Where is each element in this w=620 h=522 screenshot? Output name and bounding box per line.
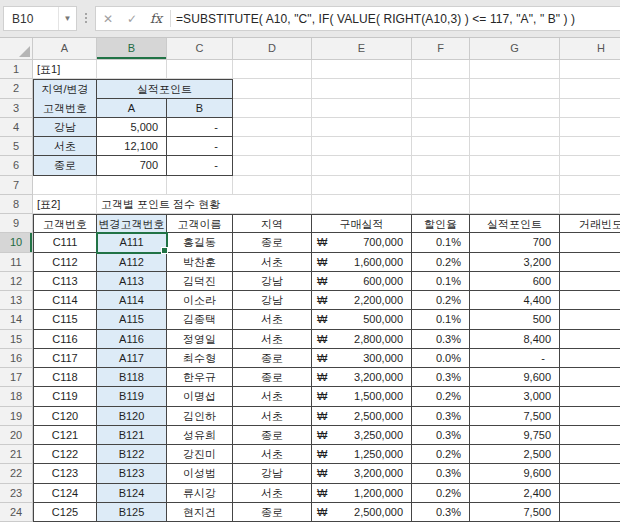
row-header-22[interactable]: 22 [0, 464, 33, 483]
insert-function-icon[interactable]: fx [144, 11, 168, 26]
cell-E1[interactable] [312, 60, 412, 79]
cell-A15[interactable]: C116 [33, 330, 97, 349]
cell-H6[interactable] [560, 156, 620, 175]
cell-D5[interactable] [233, 137, 312, 156]
cell-G20[interactable]: 9,750 [470, 426, 560, 445]
cell-F18[interactable]: 0.2% [412, 387, 470, 406]
formula-bar[interactable]: =SUBSTITUTE( A10, "C", IF( VALUE( RIGHT(… [176, 12, 620, 26]
cell-B4[interactable]: 5,000 [97, 118, 167, 137]
cell-H17[interactable] [560, 368, 620, 387]
cell-E22[interactable]: ₩3,200,000 [312, 464, 412, 483]
cell-D9[interactable]: 지역 [233, 214, 312, 233]
cell-H8[interactable] [560, 195, 620, 214]
cell-G16[interactable]: - [470, 349, 560, 368]
cell-H19[interactable] [560, 407, 620, 426]
row-header-9[interactable]: 9 [0, 214, 33, 233]
cell-C6[interactable]: - [167, 156, 233, 175]
cell-D15[interactable]: 서초 [233, 330, 312, 349]
cell-C20[interactable]: 성유희 [167, 426, 233, 445]
row-header-11[interactable]: 11 [0, 253, 33, 272]
cell-C11[interactable]: 박찬훈 [167, 253, 233, 272]
cell-G22[interactable]: 9,600 [470, 464, 560, 483]
cell-B1[interactable] [97, 60, 167, 79]
row-header-1[interactable]: 1 [0, 60, 33, 79]
cell-C14[interactable]: 김종택 [167, 310, 233, 329]
cell-C1[interactable] [167, 60, 233, 79]
cell-H1[interactable] [560, 60, 620, 79]
cell-A13[interactable]: C114 [33, 291, 97, 310]
cell-D21[interactable]: 서초 [233, 445, 312, 464]
cell-F21[interactable]: 0.2% [412, 445, 470, 464]
row-header-12[interactable]: 12 [0, 272, 33, 291]
cell-D13[interactable]: 강남 [233, 291, 312, 310]
name-box[interactable]: B10 ▼ [3, 6, 77, 31]
cell-E23[interactable]: ₩1,200,000 [312, 484, 412, 503]
cell-D16[interactable]: 종로 [233, 349, 312, 368]
cell-D14[interactable]: 서초 [233, 310, 312, 329]
cell-E9[interactable]: 구매실적 [312, 214, 412, 233]
cell-E12[interactable]: ₩600,000 [312, 272, 412, 291]
cell-G19[interactable]: 7,500 [470, 407, 560, 426]
row-header-23[interactable]: 23 [0, 484, 33, 503]
cell-E2[interactable] [312, 79, 412, 98]
cell-D3[interactable] [233, 99, 312, 118]
cell-D11[interactable]: 서초 [233, 253, 312, 272]
cell-G8[interactable] [470, 195, 560, 214]
cell-C18[interactable]: 이명섭 [167, 387, 233, 406]
cell-E11[interactable]: ₩1,600,000 [312, 253, 412, 272]
row-header-21[interactable]: 21 [0, 445, 33, 464]
cell-C24[interactable]: 현지건 [167, 503, 233, 522]
cell-A23[interactable]: C124 [33, 484, 97, 503]
cell-E16[interactable]: ₩300,000 [312, 349, 412, 368]
name-box-dropdown-icon[interactable]: ▼ [58, 7, 76, 30]
cell-G24[interactable]: 7,500 [470, 503, 560, 522]
column-header-A[interactable]: A [33, 38, 97, 60]
cell-E14[interactable]: ₩500,000 [312, 310, 412, 329]
row-header-15[interactable]: 15 [0, 330, 33, 349]
cell-H5[interactable] [560, 137, 620, 156]
cell-E7[interactable] [312, 176, 412, 195]
cell-B13[interactable]: A114 [97, 291, 167, 310]
cell-D1[interactable] [233, 60, 312, 79]
row-header-4[interactable]: 4 [0, 118, 33, 137]
cell-H10[interactable] [560, 233, 620, 252]
cell-F12[interactable]: 0.1% [412, 272, 470, 291]
cell-F17[interactable]: 0.3% [412, 368, 470, 387]
cell-E10[interactable]: ₩700,000 [312, 233, 412, 252]
row-header-14[interactable]: 14 [0, 310, 33, 329]
cell-G4[interactable] [470, 118, 560, 137]
cell-B3[interactable]: A [97, 99, 167, 118]
cell-B15[interactable]: A116 [97, 330, 167, 349]
cell-H21[interactable] [560, 445, 620, 464]
cell-G15[interactable]: 8,400 [470, 330, 560, 349]
cell-G21[interactable]: 2,500 [470, 445, 560, 464]
cell-H23[interactable] [560, 484, 620, 503]
row-header-24[interactable]: 24 [0, 503, 33, 522]
cell-A9[interactable]: 고객번호 [33, 214, 97, 233]
column-header-H[interactable]: H [560, 38, 620, 60]
cancel-icon[interactable]: ✕ [96, 12, 120, 26]
cell-E21[interactable]: ₩1,250,000 [312, 445, 412, 464]
cell-D24[interactable]: 종로 [233, 503, 312, 522]
cell-E24[interactable]: ₩2,500,000 [312, 503, 412, 522]
cell-A24[interactable]: C125 [33, 503, 97, 522]
cell-B20[interactable]: B121 [97, 426, 167, 445]
cell-F8[interactable] [412, 195, 470, 214]
cell-A5[interactable]: 서초 [33, 137, 97, 156]
cell-H3[interactable] [560, 99, 620, 118]
row-header-10[interactable]: 10 [0, 233, 33, 252]
cell-B5[interactable]: 12,100 [97, 137, 167, 156]
cell-B24[interactable]: B125 [97, 503, 167, 522]
cell-A14[interactable]: C115 [33, 310, 97, 329]
cell-H18[interactable] [560, 387, 620, 406]
cell-E8[interactable] [312, 195, 412, 214]
column-header-B[interactable]: B [97, 38, 167, 60]
cell-G1[interactable] [470, 60, 560, 79]
row-header-2[interactable]: 2 [0, 79, 33, 98]
cell-H7[interactable] [560, 176, 620, 195]
cell-H20[interactable] [560, 426, 620, 445]
cell-G9[interactable]: 실적포인트 [470, 214, 560, 233]
cell-D10[interactable]: 종로 [233, 233, 312, 252]
cell-F6[interactable] [412, 156, 470, 175]
cell-H14[interactable] [560, 310, 620, 329]
